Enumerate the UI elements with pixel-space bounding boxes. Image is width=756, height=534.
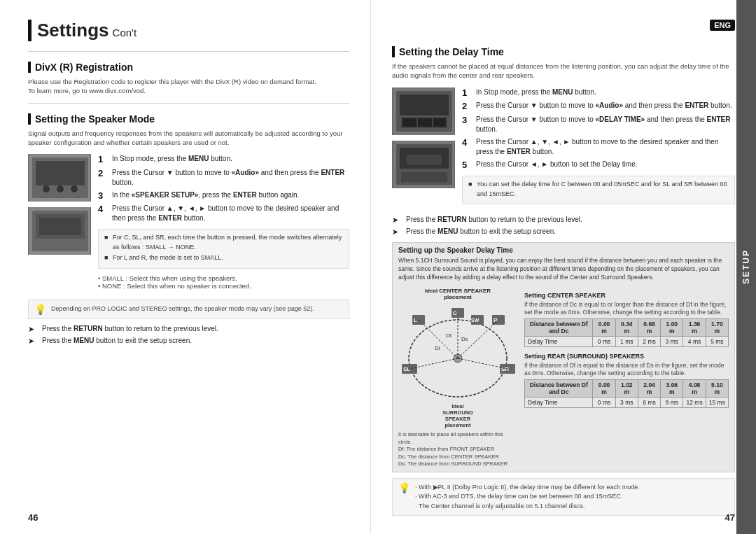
step-item: 4 Press the Cursor ▲, ▼, ◄, ► button to …: [98, 204, 349, 223]
svg-text:R: R: [493, 317, 498, 323]
delay-steps: 1 In Stop mode, press the MENU button. 2…: [462, 87, 735, 171]
svg-text:Dl: Dl: [435, 345, 440, 351]
svg-line-42: [410, 358, 458, 369]
delay-image-2: [392, 141, 455, 188]
step-item: 5 Press the Cursor ◄, ► button to set th…: [462, 160, 735, 171]
arrow-note-return: ➤ Press the RETURN button to return to t…: [28, 325, 349, 334]
delay-arrow-notes: ➤ Press the RETURN button to return to t…: [392, 216, 735, 237]
delay-desc: If the speakers cannot be placed at equa…: [392, 62, 735, 80]
svg-rect-15: [418, 118, 432, 127]
svg-text:SW: SW: [471, 318, 479, 323]
svg-rect-9: [39, 218, 81, 235]
speaker-mode-content: 1 In Stop mode, press the MENU button. 2…: [28, 154, 349, 294]
setup-sidebar: SETUP: [736, 0, 756, 534]
bottom-note-2: · With AC-3 and DTS, the delay time can …: [415, 492, 640, 502]
svg-rect-2: [36, 161, 85, 185]
bottom-note-1: · With ▶PL II (Dolby Pro Logic II), the …: [415, 483, 640, 493]
page-num-right: 47: [725, 512, 735, 523]
svg-line-43: [458, 358, 507, 369]
bottom-note-3: · The Center channel is only adjustable …: [415, 502, 640, 512]
speaker-mode-desc: Signal outputs and frequency responses f…: [28, 129, 349, 148]
svg-text:L: L: [414, 317, 417, 323]
delay-content: 1 In Stop mode, press the MENU button. 2…: [392, 87, 735, 211]
speaker-steps: 1 In Stop mode, press the MENU button. 2…: [98, 154, 349, 223]
delay-intro: When 5.1CH Surround Sound is played, you…: [398, 257, 729, 282]
delay-step5-note: ■ You can set the delay time for C betwe…: [462, 176, 735, 204]
svg-point-5: [71, 185, 78, 192]
speaker-sub-bullets: ■ For C, SL, and SR, each time the butto…: [98, 229, 349, 269]
speaker-image-1: [28, 154, 91, 202]
svg-rect-21: [401, 172, 447, 182]
delay-arrow-return: ➤ Press the RETURN button to return to t…: [392, 216, 735, 225]
delay-tables: Setting CENTER SPEAKER If the distance o…: [524, 288, 729, 468]
svg-text:C: C: [453, 310, 457, 316]
delay-subsection-title: Setting up the Speaker Delay Time: [398, 246, 729, 254]
delay-heading: Setting the Delay Time: [392, 46, 735, 57]
ideal-center-label: Ideal CENTER SPEAKERplacement: [398, 288, 517, 300]
rear-speaker-title: Setting REAR (SURROUND) SPEAKERS: [524, 353, 729, 360]
settings-title: Settings: [37, 20, 109, 41]
right-page: ENG Setting the Delay Time If the speake…: [371, 0, 756, 534]
delay-steps-col: 1 In Stop mode, press the MENU button. 2…: [462, 87, 735, 211]
svg-point-3: [43, 185, 50, 192]
svg-rect-14: [402, 118, 416, 127]
delay-arrow-menu: ➤ Press the MENU button to exit the setu…: [392, 227, 735, 237]
divx-heading: DivX (R) Registration: [28, 62, 349, 73]
svg-text:Df: Df: [446, 332, 452, 339]
step-item: 1 In Stop mode, press the MENU button.: [462, 87, 735, 99]
speaker-diagram: Ideal CENTER SPEAKERplacement L C SW: [398, 288, 517, 468]
svg-rect-16: [433, 118, 446, 127]
center-speaker-title: Setting CENTER SPEAKER: [524, 292, 729, 299]
speaker-arrow-notes: ➤ Press the RETURN button to return to t…: [28, 325, 349, 346]
speaker-diagram-svg: L C SW R Df Dl Dc: [398, 302, 517, 400]
speaker-images: [28, 154, 91, 294]
setup-label: SETUP: [741, 249, 751, 284]
center-speaker-table: Distance between Df and Dc 0.00 m 0.34 m…: [524, 318, 729, 347]
settings-cont: Con't: [113, 27, 137, 38]
speaker-mode-heading: Setting the Speaker Mode: [28, 113, 349, 125]
delay-images: [392, 87, 455, 211]
step-item: 2 Press the Cursor ▼ button to move to «…: [462, 101, 735, 112]
step-item: 2 Press the Cursor ▼ button to move to «…: [98, 168, 349, 188]
step-item: 4 Press the Cursor ▲, ▼, ◄, ► button to …: [462, 137, 735, 157]
page-container: Settings Con't DivX (R) Registration Ple…: [0, 0, 756, 534]
diagram-footer: It is desirable to place all speakers wi…: [398, 431, 517, 468]
svg-rect-12: [400, 94, 449, 115]
divx-desc: Please use the Registration code to regi…: [28, 77, 349, 96]
svg-text:SR: SR: [501, 366, 509, 372]
rear-speaker-desc: If the distance of Df is equal to the di…: [524, 362, 729, 377]
svg-text:SL: SL: [403, 366, 410, 372]
step-item: 3 Press the Cursor ▼ button to move to «…: [462, 115, 735, 134]
ideal-surround-label: IdealSURROUNDSPEAKERplacement: [398, 403, 517, 428]
step-item: 1 In Stop mode, press the MENU button.: [98, 154, 349, 165]
speaker-note-text: Depending on PRO LOGIC and STEREO settin…: [51, 304, 314, 314]
eng-badge: ENG: [710, 20, 735, 31]
center-speaker-desc: If the distance of Dc is equal to or lon…: [524, 301, 729, 316]
delay-image-1: [392, 87, 455, 135]
bottom-notes-box: 💡 · With ▶PL II (Dolby Pro Logic II), th…: [392, 478, 735, 517]
speaker-bullets: • SMALL : Select this when using the spe…: [98, 274, 349, 290]
delay-diagram-tables: Ideal CENTER SPEAKERplacement L C SW: [398, 288, 729, 468]
speaker-note-box: 💡 Depending on PRO LOGIC and STEREO sett…: [28, 300, 349, 319]
speaker-steps-col: 1 In Stop mode, press the MENU button. 2…: [98, 154, 349, 294]
svg-point-4: [57, 185, 64, 192]
rear-speaker-table: Distance between Df and Dc 0.00 m 1.02 m…: [524, 379, 729, 408]
delay-subsection: Setting up the Speaker Delay Time When 5…: [392, 242, 735, 472]
note-icon: 💡: [34, 304, 47, 314]
svg-text:Dc: Dc: [461, 336, 468, 342]
bottom-note-icon: 💡: [398, 483, 411, 493]
arrow-note-menu: ➤ Press the MENU button to exit the setu…: [28, 337, 349, 346]
bottom-notes: · With ▶PL II (Dolby Pro Logic II), the …: [415, 483, 640, 512]
speaker-image-2: [28, 207, 91, 255]
svg-line-36: [419, 320, 458, 358]
svg-rect-20: [407, 155, 442, 165]
left-page: Settings Con't DivX (R) Registration Ple…: [0, 0, 371, 534]
step-item: 3 In the «SPEAKER SETUP», press the ENTE…: [98, 190, 349, 202]
page-num-left: 46: [28, 512, 38, 523]
